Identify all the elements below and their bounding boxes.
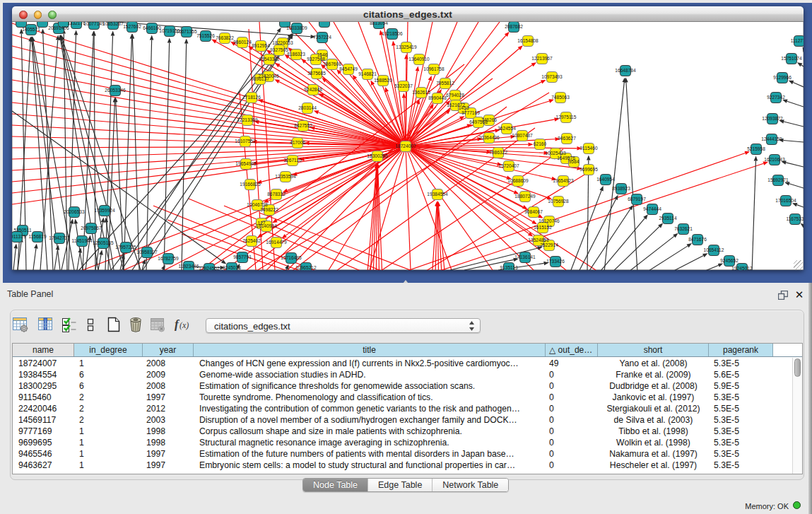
node-label: 9242848 [304,87,322,92]
cell: Estimation of the future numbers of pati… [199,448,541,460]
cell: 5.5E-5 [714,403,770,414]
cell: 1 [79,460,122,471]
node-label: 3267110 [283,158,302,163]
node-label: 19245012 [731,266,753,270]
table-row[interactable]: 946362711997Embryonic stem cells: a mode… [13,460,802,471]
edge-arrowhead [257,233,262,238]
node-label: 10853287 [102,22,124,26]
node-label: 10077149 [83,22,105,26]
network-edge [12,46,406,146]
edge-arrowhead [56,245,60,250]
column-visibility-icon[interactable] [37,316,54,333]
table-settings-icon[interactable] [12,316,29,333]
column-header-in_degree[interactable]: in_degree [74,344,143,356]
node-label: 9474444 [643,206,661,211]
column-header-name[interactable]: name [13,344,74,356]
node-label: 9245013 [223,265,241,270]
close-panel-icon[interactable]: ✕ [794,289,804,300]
column-header-out_de[interactable]: △ out_de… [546,344,598,356]
table-row[interactable]: 1456911722003Disruption of a novel membe… [13,414,802,426]
vertical-scrollbar[interactable] [792,358,802,474]
node-label: 26053346 [105,88,126,93]
network-canvas[interactable]: 1405571206914061332176100771491085328715… [12,22,804,270]
node-label: 16543382 [259,57,280,62]
node-label: 18724007 [395,144,416,148]
column-header-title[interactable]: title [194,344,546,356]
network-window-titlebar[interactable]: citations_edges.txt [12,6,804,22]
network-edge [132,38,139,270]
column-header-short[interactable]: short [598,344,709,356]
table-row[interactable]: 969969511998Structural magnetic resonanc… [13,437,802,448]
node-label: 9463627 [558,136,576,141]
cell: 1 [79,437,122,448]
node-label: 2087682 [505,24,523,29]
network-node[interactable] [37,22,48,28]
select-rows-icon[interactable] [61,316,78,333]
edge-arrowhead [78,247,82,252]
node-label: 11451944 [72,238,93,243]
edge-arrowhead [41,28,45,33]
network-window[interactable]: citations_edges.txt 14055712069140613321… [12,6,804,270]
network-edge [163,269,163,270]
edge-arrowhead [541,80,546,84]
edge-arrowhead [13,243,18,248]
tab-node-table[interactable]: Node Table [303,479,368,491]
window-resize-grip[interactable] [794,260,803,269]
table-row[interactable]: 2242004622012Investigating the contribut… [13,403,802,414]
edge-arrowhead [105,217,109,222]
network-edge [406,146,539,239]
network-node[interactable] [16,22,27,28]
table-selector-value: citations_edges.txt [214,321,290,332]
cell: 18300295 [18,380,74,392]
memory-status-indicator[interactable] [793,501,801,509]
node-label: 12975115 [556,115,577,119]
node-label: 7955812 [436,81,454,86]
network-edge [77,252,80,270]
cell: Nakamura et al. (1997) [598,448,709,460]
node-label: 20364436 [478,135,500,140]
edge-arrowhead [402,93,406,98]
node-label: 10973493 [541,74,563,79]
edge-arrowhead [161,264,165,270]
edge-arrowhead [314,110,319,114]
cell: 2009 [146,369,182,380]
tab-edge-table[interactable]: Edge Table [368,479,433,491]
edge-arrowhead [277,28,281,33]
cell: 2012 [146,403,182,414]
table-row[interactable]: 946554611997Estimation of the future num… [13,448,802,460]
disabled-table-icon[interactable] [149,316,166,333]
new-column-icon[interactable] [105,316,122,333]
table-row[interactable]: 1938455462009Genome-wide association stu… [13,369,802,380]
table-row[interactable]: 977716911998Corpus callosum shape and si… [13,426,802,437]
node-label: 9129966 [773,75,792,80]
scrollbar-thumb[interactable] [794,358,801,377]
node-label: 9860124 [233,40,252,45]
network-node[interactable] [319,22,330,28]
column-header-pagerank[interactable]: pagerank [709,344,773,356]
column-header-year[interactable]: year [143,344,194,356]
float-panel-icon[interactable] [778,291,788,300]
node-label: 20975867 [81,226,102,230]
table-row[interactable]: 1830029562008Estimation of significance … [13,380,802,392]
node-label: 9327508 [307,57,325,62]
cell: 1997 [146,448,182,460]
delete-column-icon[interactable] [127,316,144,333]
row-height-icon[interactable] [82,316,99,333]
table-row[interactable]: 1872400712008Changes of HCN gene express… [13,358,802,369]
node-label: 9227342 [767,95,785,100]
network-edge [406,146,547,197]
network-edge [111,37,290,270]
node-label: 8454749 [339,66,358,71]
function-builder-icon[interactable]: f (x) [174,316,191,333]
tab-network-table[interactable]: Network Table [433,479,508,491]
window-right-edge [808,283,812,514]
network-edge [752,160,755,270]
application-window: { "window": { "title": "citations_edges.… [0,0,812,514]
node-label: 7357224 [313,35,331,40]
edge-arrowhead [531,62,536,66]
cell: 9699695 [18,437,74,448]
table-panel-title: Table Panel [7,289,53,299]
table-row[interactable]: 911546021997Tourette syndrome. Phenomeno… [13,392,802,403]
network-edge [793,83,804,87]
table-selector-dropdown[interactable]: citations_edges.txt [206,318,481,333]
